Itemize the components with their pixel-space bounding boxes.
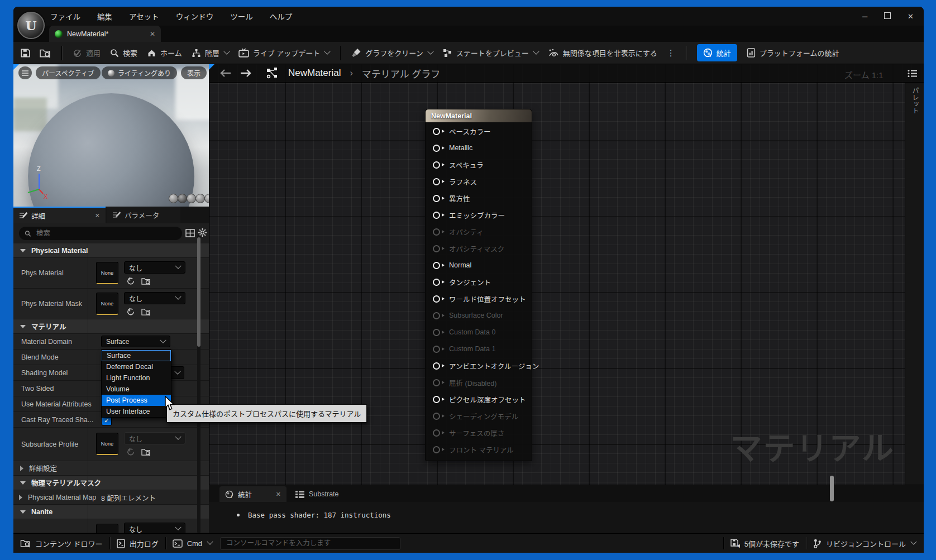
node-pin-custom-data-0[interactable]: Custom Data 0: [426, 324, 532, 341]
unreal-logo-icon[interactable]: U: [17, 12, 45, 39]
details-scrollbar-thumb[interactable]: [197, 237, 200, 347]
node-pin-anisotropy[interactable]: 異方性: [426, 190, 532, 207]
apply-button[interactable]: 適用: [73, 47, 101, 58]
menu-edit[interactable]: 編集: [97, 11, 112, 22]
revision-control-button[interactable]: リビジョンコントロール: [813, 538, 916, 549]
close-icon[interactable]: ✕: [276, 491, 281, 498]
more-options-icon[interactable]: ⋮: [667, 48, 675, 58]
graph-scrollbar-thumb[interactable]: [830, 476, 834, 501]
phys-material-mask-dropdown[interactable]: なし: [124, 292, 185, 304]
maximize-icon[interactable]: [884, 12, 891, 21]
content-drawer-button[interactable]: コンテンツ ドロワー: [20, 538, 103, 549]
perspective-button[interactable]: パースペクティブ: [36, 66, 101, 79]
forward-arrow-icon[interactable]: [240, 69, 252, 78]
asset-tab-newmaterial[interactable]: NewMaterial* ✕: [49, 26, 161, 42]
preview-viewport[interactable]: パースペクティブ ライティングあり 表示 Z X: [13, 64, 209, 207]
node-pin-pixel-depth-offset[interactable]: ピクセル深度オフセット: [426, 391, 532, 408]
details-search-box[interactable]: [19, 227, 182, 240]
tab-close-icon[interactable]: ✕: [150, 30, 155, 38]
use-selected-icon[interactable]: [126, 308, 135, 316]
node-pin-roughness[interactable]: ラフネス: [426, 173, 532, 190]
grid-view-icon[interactable]: [185, 229, 195, 237]
phys-material-dropdown[interactable]: なし: [124, 261, 185, 274]
node-pin-specular[interactable]: スペキュラ: [426, 156, 532, 173]
tab-substrate[interactable]: Substrate: [290, 486, 345, 502]
menu-asset[interactable]: アセット: [129, 11, 159, 22]
asset-thumbnail[interactable]: None: [96, 433, 118, 455]
expand-triangle-icon[interactable]: [19, 495, 22, 500]
search-input[interactable]: [35, 229, 176, 238]
node-pin-opacity-mask[interactable]: オパシティマスク: [426, 240, 532, 257]
subsurface-profile-dropdown[interactable]: なし: [124, 432, 185, 444]
output-log-button[interactable]: 出力ログ: [117, 538, 159, 549]
tab-details[interactable]: 詳細 ✕: [13, 207, 106, 223]
cube-shape-button[interactable]: [195, 194, 205, 203]
hierarchy-button[interactable]: 階層: [192, 47, 229, 58]
node-pin-emissive-color[interactable]: エミッシブカラー: [426, 207, 532, 223]
menu-item-user-interface[interactable]: User Interface: [102, 406, 171, 417]
live-update-button[interactable]: ライブ アップデート: [238, 47, 330, 58]
section-advanced[interactable]: 詳細設定: [13, 461, 209, 476]
browse-to-asset-icon[interactable]: [141, 448, 151, 456]
section-nanite[interactable]: Nanite: [13, 505, 209, 519]
viewport-menu-button[interactable]: [18, 66, 32, 79]
menu-tools[interactable]: ツール: [230, 11, 253, 22]
hide-unrelated-button[interactable]: 無関係な項目を非表示にする: [548, 47, 657, 58]
nanite-override-dropdown[interactable]: なし: [124, 523, 185, 533]
sphere-shape-button[interactable]: [178, 194, 187, 203]
menu-item-surface[interactable]: Surface: [102, 350, 171, 361]
node-pin-surface-thickness[interactable]: サーフェスの厚さ: [426, 424, 532, 441]
platform-stats-button[interactable]: プラットフォームの統計: [747, 47, 839, 58]
section-physical-material-mask[interactable]: 物理マテリアルマスク: [13, 476, 209, 490]
palette-tab[interactable]: パレット: [910, 87, 920, 114]
node-pin-metallic[interactable]: Metallic: [426, 140, 532, 156]
section-physical-material[interactable]: Physical Material: [13, 243, 209, 258]
node-pin-subsurface-color[interactable]: Subsurface Color: [426, 307, 532, 324]
node-pin-tangent[interactable]: タンジェント: [426, 274, 532, 290]
cylinder-shape-button[interactable]: [169, 194, 178, 203]
node-pin-refraction[interactable]: 屈折 (Disabled): [426, 374, 532, 391]
asset-thumbnail[interactable]: None: [96, 293, 118, 315]
node-pin-base-color[interactable]: ベースカラー: [426, 123, 532, 140]
console-command-box[interactable]: [220, 537, 400, 550]
preview-state-button[interactable]: ステートをプレビュー: [442, 47, 538, 58]
menu-window[interactable]: ウィンドウ: [176, 11, 214, 22]
search-button[interactable]: 検索: [110, 47, 137, 58]
browse-to-asset-icon[interactable]: [141, 308, 151, 316]
node-pin-ambient-occlusion[interactable]: アンビエントオクルージョン: [426, 357, 532, 374]
lit-mode-button[interactable]: ライティングあり: [102, 66, 177, 79]
show-button[interactable]: 表示: [181, 66, 207, 79]
details-list-icon[interactable]: [908, 69, 918, 78]
minimize-icon[interactable]: ─: [862, 12, 867, 21]
use-selected-icon[interactable]: [126, 277, 135, 285]
close-icon[interactable]: ✕: [95, 212, 100, 219]
menu-item-deferred-decal[interactable]: Deferred Decal: [102, 361, 171, 372]
browse-asset-button[interactable]: [40, 48, 51, 58]
menu-item-volume[interactable]: Volume: [102, 384, 171, 395]
cmd-dropdown[interactable]: Cmd: [173, 539, 212, 548]
save-button[interactable]: [20, 48, 30, 58]
material-result-node[interactable]: NewMaterial ベースカラー Metallic スペキュラ ラフネス 異…: [425, 109, 532, 461]
asset-thumbnail[interactable]: None: [96, 262, 118, 284]
material-domain-dropdown[interactable]: Surface: [101, 336, 170, 347]
node-pin-opacity[interactable]: オパシティ: [426, 223, 532, 240]
node-pin-shading-model[interactable]: シェーディングモデル: [426, 408, 532, 424]
console-command-input[interactable]: [225, 539, 395, 548]
material-graph-canvas[interactable]: NewMaterial › マテリアル グラフ ズーム 1:1 パレット マテリ…: [209, 64, 924, 533]
node-header[interactable]: NewMaterial: [426, 109, 532, 122]
menu-file[interactable]: ファイル: [50, 11, 80, 22]
menu-help[interactable]: ヘルプ: [270, 11, 293, 22]
use-selected-icon[interactable]: [126, 448, 135, 456]
home-button[interactable]: ホーム: [147, 47, 182, 58]
unsaved-assets-button[interactable]: ✱ 5個が未保存です: [730, 538, 799, 549]
node-pin-normal[interactable]: Normal: [426, 257, 532, 274]
back-arrow-icon[interactable]: [219, 69, 231, 78]
breadcrumb-root[interactable]: NewMaterial: [288, 68, 341, 79]
tab-parameters[interactable]: パラメータ: [107, 207, 180, 223]
asset-thumbnail[interactable]: [96, 524, 118, 533]
clean-graph-button[interactable]: グラフをクリーン: [351, 47, 432, 58]
browse-to-asset-icon[interactable]: [141, 277, 151, 285]
section-material[interactable]: マテリアル: [13, 319, 209, 334]
node-pin-front-material[interactable]: フロント マテリアル: [426, 441, 532, 458]
close-icon[interactable]: ✕: [908, 12, 914, 21]
